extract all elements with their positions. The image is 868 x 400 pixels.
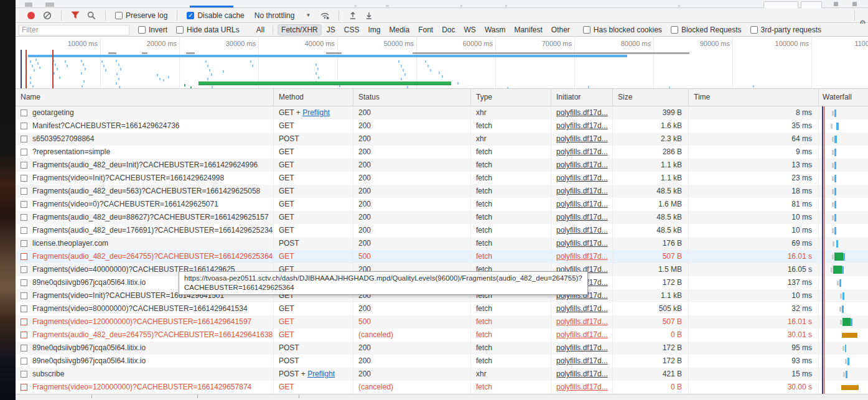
- filter-type-wasm[interactable]: Wasm: [481, 24, 510, 35]
- initiator-link[interactable]: polyfills.df17d...: [556, 108, 608, 117]
- filter-type-other[interactable]: Other: [548, 24, 574, 35]
- row-checkbox[interactable]: [21, 214, 27, 221]
- filter-type-doc[interactable]: Doc: [438, 24, 459, 35]
- row-checkbox[interactable]: [21, 227, 27, 234]
- filter-type-media[interactable]: Media: [385, 24, 413, 35]
- row-checkbox[interactable]: [21, 305, 27, 312]
- row-checkbox[interactable]: [21, 188, 27, 195]
- table-row[interactable]: ?representation=simpleGET200fetchpolyfil…: [16, 146, 868, 159]
- table-row[interactable]: s65039527098864POST200xhrpolyfills.df17d…: [16, 133, 868, 146]
- row-checkbox[interactable]: [21, 162, 27, 169]
- initiator-link[interactable]: polyfills.df17d...: [556, 356, 608, 365]
- row-checkbox[interactable]: [21, 332, 27, 338]
- column-header-waterfall[interactable]: Waterfall: [819, 89, 868, 106]
- filter-type-js[interactable]: JS: [323, 24, 339, 35]
- clear-icon[interactable]: [41, 9, 54, 22]
- initiator-link[interactable]: polyfills.df17d...: [556, 213, 608, 221]
- initiator-link[interactable]: polyfills.df17d...: [556, 160, 608, 169]
- network-conditions-icon[interactable]: [319, 9, 331, 22]
- filter-type-fetch-xhr[interactable]: Fetch/XHR: [278, 24, 322, 35]
- export-har-icon[interactable]: [363, 9, 375, 22]
- table-row[interactable]: geotargetingGET + Preflight200xhrpolyfil…: [16, 106, 868, 119]
- has-blocked-cookies-checkbox[interactable]: Has blocked cookies: [583, 26, 662, 34]
- table-row[interactable]: license.theoplayer.comPOST200fetchpolyfi…: [16, 237, 868, 250]
- import-har-icon[interactable]: [347, 9, 359, 22]
- row-checkbox[interactable]: [21, 319, 27, 325]
- preflight-link[interactable]: Preflight: [302, 108, 330, 117]
- column-header-name[interactable]: Name: [16, 89, 274, 106]
- initiator-link[interactable]: polyfills.df17d...: [556, 304, 608, 313]
- table-row[interactable]: Fragments(audio_482_deu=88627)?CACHEBUST…: [16, 211, 868, 224]
- toolbar-button-fragment[interactable]: [801, 1, 822, 8]
- disable-cache-checkbox[interactable]: ✓ Disable cache: [187, 11, 244, 20]
- table-row[interactable]: 89ne0qdsiivgb967jcqa05l64.litix.ioPOST20…: [16, 342, 868, 355]
- table-row[interactable]: Fragments(audio_482_deu=264755)?CACHEBUS…: [16, 328, 868, 342]
- filter-input[interactable]: [19, 25, 129, 35]
- initiator-link[interactable]: polyfills.df17d...: [556, 370, 608, 378]
- table-row[interactable]: Fragments(audio_482_deu=176691)?CACHEBUS…: [16, 224, 868, 237]
- table-row[interactable]: Fragments(audio_482_deu=Init)?CACHEBUSTE…: [16, 159, 868, 172]
- more-options-fragment[interactable]: [852, 2, 857, 6]
- initiator-link[interactable]: polyfills.df17d...: [556, 343, 608, 352]
- column-header-method[interactable]: Method: [274, 89, 353, 106]
- filter-type-manifest[interactable]: Manifest: [510, 24, 546, 35]
- initiator-link[interactable]: polyfills.df17d...: [556, 134, 608, 143]
- row-checkbox[interactable]: [21, 175, 27, 182]
- filter-type-img[interactable]: Img: [364, 24, 384, 35]
- third-party-requests-checkbox[interactable]: 3rd-party requests: [750, 26, 821, 34]
- initiator-link[interactable]: polyfills.df17d...: [556, 239, 608, 248]
- initiator-link[interactable]: polyfills.df17d...: [556, 383, 608, 391]
- initiator-link[interactable]: polyfills.df17d...: [556, 330, 608, 339]
- table-row[interactable]: Fragments(video=Init)?CACHEBUSTER=166142…: [16, 172, 868, 185]
- row-checkbox[interactable]: [21, 345, 27, 351]
- row-checkbox[interactable]: [21, 109, 27, 116]
- initiator-link[interactable]: polyfills.df17d...: [556, 226, 608, 235]
- overview-timeline[interactable]: 10000 ms20000 ms30000 ms40000 ms50000 ms…: [16, 37, 868, 89]
- row-checkbox[interactable]: [21, 292, 27, 299]
- table-row[interactable]: Fragments(audio_482_deu=264755)?CACHEBUS…: [16, 250, 868, 263]
- filter-icon[interactable]: [69, 9, 82, 22]
- row-checkbox[interactable]: [21, 384, 27, 391]
- invert-checkbox[interactable]: Invert: [138, 26, 167, 34]
- row-checkbox[interactable]: [21, 253, 27, 260]
- chevron-down-icon[interactable]: ▼: [306, 12, 310, 18]
- row-checkbox[interactable]: [21, 240, 27, 247]
- initiator-link[interactable]: polyfills.df17d...: [556, 187, 608, 195]
- row-checkbox[interactable]: [21, 279, 27, 286]
- row-checkbox[interactable]: [21, 201, 27, 208]
- preserve-log-checkbox[interactable]: Preserve log: [115, 11, 167, 20]
- blocked-requests-checkbox[interactable]: Blocked Requests: [671, 26, 742, 34]
- search-icon[interactable]: [85, 9, 98, 22]
- initiator-link[interactable]: polyfills.df17d...: [556, 147, 608, 156]
- filter-type-all[interactable]: All: [253, 24, 268, 35]
- row-checkbox[interactable]: [21, 358, 27, 365]
- row-checkbox[interactable]: [21, 266, 27, 273]
- row-checkbox[interactable]: [21, 371, 27, 378]
- toolbar-button-fragment[interactable]: [763, 1, 798, 8]
- table-row[interactable]: Fragments(video=80000000)?CACHEBUSTER=16…: [16, 302, 868, 315]
- row-checkbox[interactable]: [21, 136, 27, 142]
- row-checkbox[interactable]: [21, 123, 27, 129]
- throttling-select[interactable]: No throttling: [254, 11, 295, 20]
- initiator-link[interactable]: polyfills.df17d...: [556, 317, 608, 326]
- column-header-initiator[interactable]: Initiator: [551, 89, 613, 106]
- initiator-link[interactable]: polyfills.df17d...: [556, 252, 608, 261]
- column-header-size[interactable]: Size: [613, 89, 689, 106]
- record-icon[interactable]: [25, 9, 37, 22]
- preflight-link[interactable]: Preflight: [307, 370, 335, 378]
- filter-type-font[interactable]: Font: [414, 24, 437, 35]
- table-row[interactable]: Manifest?CACHEBUSTER=1661429624736GET200…: [16, 119, 868, 133]
- column-header-time[interactable]: Time: [689, 89, 819, 106]
- filter-type-css[interactable]: CSS: [340, 24, 363, 35]
- column-header-status[interactable]: Status: [353, 89, 471, 106]
- table-row[interactable]: Fragments(video=120000000)?CACHEBUSTER=1…: [16, 315, 868, 328]
- column-header-type[interactable]: Type: [471, 89, 551, 106]
- filter-type-ws[interactable]: WS: [460, 24, 480, 35]
- table-row[interactable]: Fragments(video=120000000)?CACHEBUSTER=1…: [16, 381, 868, 394]
- initiator-link[interactable]: polyfills.df17d...: [556, 121, 608, 130]
- table-row[interactable]: Fragments(video=0)?CACHEBUSTER=166142962…: [16, 198, 868, 211]
- hide-data-urls-checkbox[interactable]: Hide data URLs: [176, 26, 240, 34]
- row-checkbox[interactable]: [21, 149, 27, 156]
- table-row[interactable]: Fragments(audio_482_deu=563)?CACHEBUSTER…: [16, 185, 868, 198]
- table-row[interactable]: subscribePOST + Preflight200xhrpolyfills…: [16, 368, 868, 381]
